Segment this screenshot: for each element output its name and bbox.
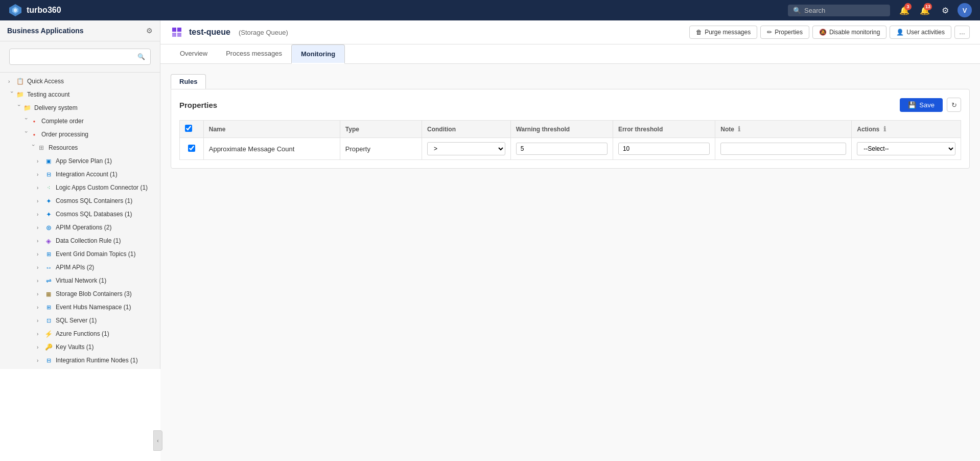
select-all-checkbox[interactable] xyxy=(185,125,192,132)
sidebar-item-cosmos-sql-databases[interactable]: › ✦ Cosmos SQL Databases (1) xyxy=(0,208,160,221)
apim-apis-icon: ↔ xyxy=(44,263,53,272)
resource-name: test-queue xyxy=(189,28,230,37)
chevron-icon: › xyxy=(24,131,29,138)
col-header-actions: Actions ℹ xyxy=(852,121,961,138)
disable-monitoring-button[interactable]: 🔕 Disable monitoring xyxy=(812,26,886,39)
sidebar-item-virtual-network[interactable]: › ⇌ Virtual Network (1) xyxy=(0,274,160,287)
chevron-icon: › xyxy=(37,331,44,337)
row-condition-cell: > < >= <= = != xyxy=(422,138,511,160)
chevron-icon: › xyxy=(37,185,44,191)
button-label: Properties xyxy=(775,29,803,36)
settings-btn[interactable]: ⚙ xyxy=(937,2,953,18)
tab-monitoring[interactable]: Monitoring xyxy=(291,44,345,64)
alerts-btn[interactable]: 🔔 13 xyxy=(917,2,933,18)
properties-button[interactable]: ✏ Properties xyxy=(760,26,809,39)
tab-overview[interactable]: Overview xyxy=(171,44,217,64)
button-label: Purge messages xyxy=(705,29,751,36)
note-input[interactable] xyxy=(720,143,846,155)
sidebar-item-storage-blob[interactable]: › ▦ Storage Blob Containers (3) xyxy=(0,287,160,301)
sidebar-title: Business Applications xyxy=(7,27,84,35)
sidebar-search-icon: 🔍 xyxy=(137,53,145,60)
sidebar-item-apim-operations[interactable]: › ⊛ APIM Operations (2) xyxy=(0,221,160,234)
sidebar-item-logic-apps-connector[interactable]: › ⁖ Logic Apps Custom Connector (1) xyxy=(0,181,160,194)
sidebar-search-input[interactable] xyxy=(15,53,137,60)
sidebar-item-quick-access[interactable]: › 📋 Quick Access xyxy=(0,75,160,88)
sidebar-item-order-processing[interactable]: › ● Order processing xyxy=(0,128,160,141)
actions-select[interactable]: --Select-- Alert Notify Log xyxy=(857,142,955,155)
row-type: Property xyxy=(345,145,370,153)
sidebar-item-label: Storage Blob Containers (3) xyxy=(56,290,156,297)
tab-label: Overview xyxy=(180,50,207,57)
save-icon: 💾 xyxy=(908,101,916,109)
sidebar-item-integration-account[interactable]: › ⊟ Integration Account (1) xyxy=(0,168,160,181)
rules-tab-button[interactable]: Rules xyxy=(171,74,206,89)
folder-icon: 📁 xyxy=(22,103,32,112)
chevron-icon: › xyxy=(16,104,22,111)
save-button[interactable]: 💾 Save xyxy=(900,98,943,112)
rules-tab-label: Rules xyxy=(179,78,197,85)
global-search-box[interactable]: 🔍 Search xyxy=(788,5,890,16)
edit-icon: ✏ xyxy=(767,29,772,36)
sidebar-item-sql-server[interactable]: › ⊡ SQL Server (1) xyxy=(0,314,160,327)
main-layout: Business Applications ⚙ 🔍 › 📋 Quick Acce… xyxy=(0,20,980,461)
condition-select[interactable]: > < >= <= = != xyxy=(427,142,505,155)
sidebar-item-complete-order[interactable]: › ● Complete order xyxy=(0,114,160,128)
properties-section: Properties 💾 Save ↻ xyxy=(171,89,970,169)
chevron-icon: › xyxy=(37,225,44,230)
sidebar-item-delivery-system[interactable]: › 📁 Delivery system xyxy=(0,101,160,114)
sidebar-item-app-service-plan[interactable]: › ▣ App Service Plan (1) xyxy=(0,154,160,168)
sidebar-settings-icon[interactable]: ⚙ xyxy=(146,27,153,35)
sidebar-item-resources[interactable]: › ⊞ Resources xyxy=(0,141,160,154)
user-avatar[interactable]: V xyxy=(958,3,972,17)
chevron-icon: › xyxy=(37,251,44,257)
row-name-cell: Approximate Message Count xyxy=(203,138,340,160)
sidebar-collapse-button[interactable]: ‹ xyxy=(153,430,162,451)
row-checkbox[interactable] xyxy=(188,145,195,152)
trash-icon: 🗑 xyxy=(696,29,702,36)
sidebar-item-cosmos-sql-containers[interactable]: › ✦ Cosmos SQL Containers (1) xyxy=(0,194,160,208)
sidebar-item-key-vaults[interactable]: › 🔑 Key Vaults (1) xyxy=(0,340,160,354)
tab-process-messages[interactable]: Process messages xyxy=(217,44,291,64)
purge-messages-button[interactable]: 🗑 Purge messages xyxy=(689,26,757,39)
sidebar-item-label: Cosmos SQL Databases (1) xyxy=(56,211,156,218)
sidebar-item-label: Virtual Network (1) xyxy=(56,277,156,284)
user-activities-button[interactable]: 👤 User activities xyxy=(890,26,951,39)
sidebar-search-box[interactable]: 🔍 xyxy=(9,49,151,65)
refresh-button[interactable]: ↻ xyxy=(947,98,961,112)
sidebar-item-label: Delivery system xyxy=(34,104,156,111)
app-logo: turbo360 xyxy=(8,3,61,17)
svg-rect-6 xyxy=(177,33,181,37)
more-actions-button[interactable]: … xyxy=(954,26,970,39)
app-service-icon: ▣ xyxy=(44,156,53,166)
row-error-cell xyxy=(613,138,715,160)
notifications-btn[interactable]: 🔔 3 xyxy=(896,2,913,18)
chevron-icon: › xyxy=(37,172,44,177)
sidebar-item-label: Event Hubs Namespace (1) xyxy=(56,304,156,311)
sidebar-item-apim-apis[interactable]: › ↔ APIM APIs (2) xyxy=(0,261,160,274)
event-grid-icon: ⊞ xyxy=(44,249,53,259)
refresh-icon: ↻ xyxy=(951,101,957,109)
alerts-badge: 13 xyxy=(924,3,932,10)
note-info-icon[interactable]: ℹ xyxy=(738,125,740,133)
chevron-icon: › xyxy=(37,344,44,350)
sidebar-item-integration-runtime[interactable]: › ⊟ Integration Runtime Nodes (1) xyxy=(0,354,160,367)
svg-rect-4 xyxy=(177,28,181,32)
key-icon: 🔑 xyxy=(44,342,53,352)
col-header-checkbox xyxy=(180,121,204,138)
col-header-condition: Condition xyxy=(422,121,511,138)
sidebar-item-azure-functions[interactable]: › ⚡ Azure Functions (1) xyxy=(0,327,160,340)
error-threshold-input[interactable] xyxy=(618,143,710,155)
save-label: Save xyxy=(919,101,935,109)
chevron-icon: › xyxy=(31,144,36,151)
sidebar-item-data-collection-rule[interactable]: › ◈ Data Collection Rule (1) xyxy=(0,234,160,247)
actions-info-icon[interactable]: ℹ xyxy=(883,125,886,133)
sidebar-item-event-hubs[interactable]: › ⊞ Event Hubs Namespace (1) xyxy=(0,301,160,314)
app-name: turbo360 xyxy=(27,6,61,15)
section-header: Properties 💾 Save ↻ xyxy=(179,98,961,112)
sidebar-item-event-grid[interactable]: › ⊞ Event Grid Domain Topics (1) xyxy=(0,247,160,261)
warning-threshold-input[interactable] xyxy=(516,143,608,155)
chevron-icon: › xyxy=(9,91,15,98)
sidebar-item-testing-account[interactable]: › 📁 Testing account xyxy=(0,88,160,101)
col-header-error: Error threshold xyxy=(613,121,715,138)
integration-account-icon: ⊟ xyxy=(44,170,53,179)
